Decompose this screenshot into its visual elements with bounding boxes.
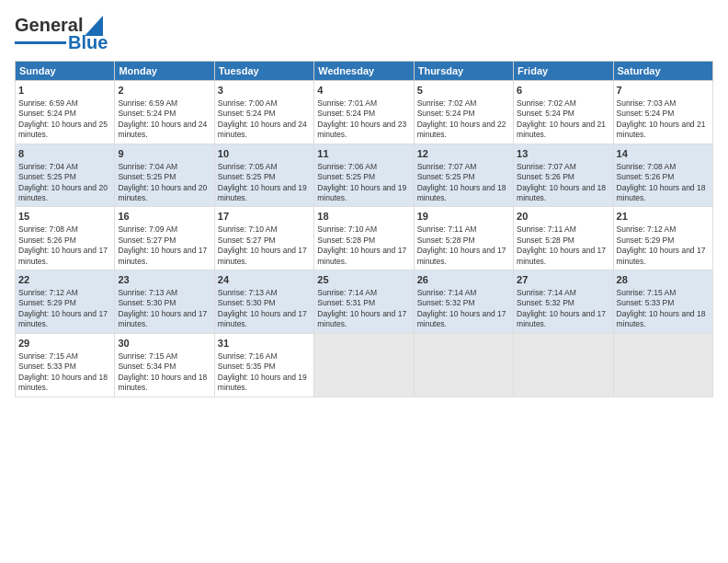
sunrise-text: Sunrise: 7:12 AM <box>617 224 677 234</box>
sunset-text: Sunset: 5:33 PM <box>617 298 675 307</box>
sunrise-text: Sunrise: 7:02 AM <box>517 98 576 108</box>
calendar-cell: 10Sunrise: 7:05 AMSunset: 5:25 PMDayligh… <box>214 144 313 207</box>
sunset-text: Sunset: 5:24 PM <box>517 109 574 118</box>
day-number: 23 <box>118 273 210 287</box>
daylight-text: Daylight: 10 hours and 25 minutes. <box>18 120 108 139</box>
calendar-cell: 15Sunrise: 7:08 AMSunset: 5:26 PMDayligh… <box>16 207 115 270</box>
sunset-text: Sunset: 5:24 PM <box>417 109 475 118</box>
calendar-cell: 4Sunrise: 7:01 AMSunset: 5:24 PMDaylight… <box>314 81 414 144</box>
header-friday: Friday <box>514 62 613 81</box>
day-number: 3 <box>218 84 311 98</box>
daylight-text: Daylight: 10 hours and 17 minutes. <box>517 246 606 265</box>
sunset-text: Sunset: 5:29 PM <box>617 236 675 245</box>
sunset-text: Sunset: 5:24 PM <box>18 109 76 118</box>
day-number: 13 <box>517 147 609 161</box>
calendar-cell: 9Sunrise: 7:04 AMSunset: 5:25 PMDaylight… <box>115 144 214 207</box>
daylight-text: Daylight: 10 hours and 20 minutes. <box>18 183 108 202</box>
daylight-text: Daylight: 10 hours and 18 minutes. <box>617 183 706 202</box>
sunrise-text: Sunrise: 7:13 AM <box>118 288 177 297</box>
sunset-text: Sunset: 5:26 PM <box>617 172 675 181</box>
sunrise-text: Sunrise: 7:06 AM <box>317 162 377 171</box>
calendar-cell: 27Sunrise: 7:14 AMSunset: 5:32 PMDayligh… <box>514 270 613 334</box>
calendar-cell: 20Sunrise: 7:11 AMSunset: 5:28 PMDayligh… <box>514 207 613 270</box>
sunset-text: Sunset: 5:26 PM <box>18 236 76 245</box>
calendar-cell <box>314 333 414 396</box>
calendar-cell: 30Sunrise: 7:15 AMSunset: 5:34 PMDayligh… <box>115 333 214 396</box>
day-number: 11 <box>317 147 410 161</box>
daylight-text: Daylight: 10 hours and 20 minutes. <box>118 183 207 202</box>
sunrise-text: Sunrise: 7:08 AM <box>617 162 677 171</box>
calendar-cell: 13Sunrise: 7:07 AMSunset: 5:26 PMDayligh… <box>514 144 613 207</box>
header-tuesday: Tuesday <box>214 62 313 81</box>
daylight-text: Daylight: 10 hours and 22 minutes. <box>417 120 506 139</box>
calendar-cell <box>414 333 513 396</box>
day-number: 17 <box>218 210 311 224</box>
calendar-cell: 31Sunrise: 7:16 AMSunset: 5:35 PMDayligh… <box>214 333 313 396</box>
header-monday: Monday <box>115 62 214 81</box>
day-number: 28 <box>617 273 710 287</box>
daylight-text: Daylight: 10 hours and 18 minutes. <box>417 183 506 202</box>
day-number: 30 <box>118 337 210 350</box>
calendar-cell: 8Sunrise: 7:04 AMSunset: 5:25 PMDaylight… <box>16 144 115 207</box>
sunset-text: Sunset: 5:25 PM <box>317 172 375 181</box>
calendar-cell: 23Sunrise: 7:13 AMSunset: 5:30 PMDayligh… <box>115 270 214 334</box>
week-row-1: 1Sunrise: 6:59 AMSunset: 5:24 PMDaylight… <box>16 81 713 144</box>
calendar-cell: 29Sunrise: 7:15 AMSunset: 5:33 PMDayligh… <box>16 333 115 396</box>
sunrise-text: Sunrise: 7:04 AM <box>118 162 177 171</box>
day-number: 16 <box>118 210 210 224</box>
sunset-text: Sunset: 5:32 PM <box>417 298 475 307</box>
calendar-cell: 6Sunrise: 7:02 AMSunset: 5:24 PMDaylight… <box>514 81 613 144</box>
day-number: 20 <box>517 210 609 224</box>
sunset-text: Sunset: 5:28 PM <box>517 236 574 245</box>
week-row-4: 22Sunrise: 7:12 AMSunset: 5:29 PMDayligh… <box>16 270 713 334</box>
calendar-cell: 26Sunrise: 7:14 AMSunset: 5:32 PMDayligh… <box>414 270 513 334</box>
day-number: 14 <box>617 147 710 161</box>
day-number: 8 <box>18 147 111 161</box>
sunset-text: Sunset: 5:31 PM <box>317 298 375 307</box>
sunset-text: Sunset: 5:28 PM <box>417 236 475 245</box>
sunset-text: Sunset: 5:24 PM <box>317 109 375 118</box>
calendar-cell: 5Sunrise: 7:02 AMSunset: 5:24 PMDaylight… <box>414 81 513 144</box>
calendar-cell <box>514 333 613 396</box>
day-number: 27 <box>517 273 609 287</box>
week-row-5: 29Sunrise: 7:15 AMSunset: 5:33 PMDayligh… <box>16 333 713 396</box>
day-number: 29 <box>18 337 111 350</box>
calendar-cell: 1Sunrise: 6:59 AMSunset: 5:24 PMDaylight… <box>16 81 115 144</box>
daylight-text: Daylight: 10 hours and 19 minutes. <box>317 183 406 202</box>
sunset-text: Sunset: 5:30 PM <box>218 298 276 307</box>
daylight-text: Daylight: 10 hours and 19 minutes. <box>218 183 307 202</box>
sunrise-text: Sunrise: 7:15 AM <box>617 288 677 297</box>
day-number: 12 <box>417 147 510 161</box>
day-number: 4 <box>317 84 410 98</box>
header-wednesday: Wednesday <box>314 62 414 81</box>
calendar-body: 1Sunrise: 6:59 AMSunset: 5:24 PMDaylight… <box>16 81 713 397</box>
daylight-text: Daylight: 10 hours and 17 minutes. <box>118 246 207 265</box>
sunset-text: Sunset: 5:25 PM <box>118 172 176 181</box>
sunset-text: Sunset: 5:25 PM <box>218 172 276 181</box>
daylight-text: Daylight: 10 hours and 17 minutes. <box>417 309 506 328</box>
daylight-text: Daylight: 10 hours and 17 minutes. <box>317 246 406 265</box>
calendar-cell: 2Sunrise: 6:59 AMSunset: 5:24 PMDaylight… <box>115 81 214 144</box>
page: General Blue SundayMondayTuesdayWednesda… <box>0 0 728 563</box>
day-number: 10 <box>218 147 311 161</box>
sunrise-text: Sunrise: 7:15 AM <box>118 351 177 361</box>
sunrise-text: Sunrise: 7:10 AM <box>218 224 278 234</box>
header-saturday: Saturday <box>613 62 712 81</box>
sunrise-text: Sunrise: 7:05 AM <box>218 162 278 171</box>
sunrise-text: Sunrise: 7:03 AM <box>617 98 677 108</box>
day-number: 6 <box>517 84 609 98</box>
sunset-text: Sunset: 5:25 PM <box>417 172 475 181</box>
sunrise-text: Sunrise: 7:11 AM <box>417 224 477 234</box>
calendar-header-row: SundayMondayTuesdayWednesdayThursdayFrid… <box>16 62 713 81</box>
calendar-cell: 7Sunrise: 7:03 AMSunset: 5:24 PMDaylight… <box>613 81 712 144</box>
calendar-cell: 22Sunrise: 7:12 AMSunset: 5:29 PMDayligh… <box>16 270 115 334</box>
sunset-text: Sunset: 5:33 PM <box>18 362 76 371</box>
sunset-text: Sunset: 5:34 PM <box>118 362 176 371</box>
daylight-text: Daylight: 10 hours and 17 minutes. <box>218 246 307 265</box>
calendar-cell: 21Sunrise: 7:12 AMSunset: 5:29 PMDayligh… <box>613 207 712 270</box>
daylight-text: Daylight: 10 hours and 19 minutes. <box>218 373 307 392</box>
day-number: 25 <box>317 273 410 287</box>
calendar-cell: 28Sunrise: 7:15 AMSunset: 5:33 PMDayligh… <box>613 270 712 334</box>
daylight-text: Daylight: 10 hours and 24 minutes. <box>118 120 207 139</box>
week-row-3: 15Sunrise: 7:08 AMSunset: 5:26 PMDayligh… <box>16 207 713 270</box>
